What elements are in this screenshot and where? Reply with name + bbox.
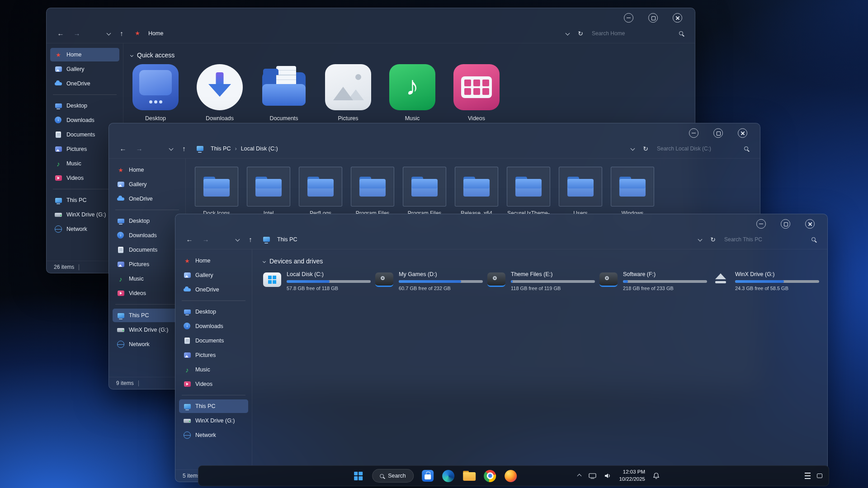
recent-locations-chevron-icon[interactable] <box>169 146 174 151</box>
forward-button[interactable]: → <box>134 145 144 152</box>
sidebar-item-desktop[interactable]: Desktop <box>179 305 248 319</box>
breadcrumb-item[interactable]: This PC <box>277 236 297 243</box>
drive-item[interactable]: Local Disk (C:)57.8 GB free of 118 GB <box>262 271 371 291</box>
sidebar-item-home[interactable]: Home <box>113 163 182 177</box>
firefox-app-button[interactable] <box>504 469 518 483</box>
sidebar-item-drive[interactable]: WinX Drive (G:) <box>113 323 182 337</box>
sidebar-item-gallery[interactable]: Gallery <box>113 178 182 191</box>
search-button[interactable] <box>741 146 751 150</box>
volume-button[interactable] <box>604 472 611 479</box>
sidebar-item-gallery[interactable]: Gallery <box>179 268 248 282</box>
refresh-button[interactable]: ↻ <box>641 145 651 152</box>
minimize-button[interactable] <box>756 219 766 229</box>
sidebar-item-music[interactable]: Music <box>113 272 182 286</box>
refresh-button[interactable]: ↻ <box>576 30 585 37</box>
back-button[interactable]: ← <box>118 145 128 152</box>
forward-button[interactable]: → <box>201 235 211 243</box>
quick-access-music[interactable]: Music <box>388 64 436 122</box>
sidebar-item-videos[interactable]: Videos <box>113 286 182 300</box>
folder-item[interactable]: Program Files <box>349 167 396 216</box>
tray-list-icon[interactable] <box>805 473 811 479</box>
sidebar-item-desktop[interactable]: Desktop <box>113 214 182 228</box>
breadcrumb-item[interactable]: Local Disk (C:) <box>241 145 278 152</box>
drive-item[interactable]: My Games (D:)60.7 GB free of 232 GB <box>374 271 483 291</box>
sidebar-item-network[interactable]: Network <box>179 428 248 442</box>
sidebar-item-pictures[interactable]: Pictures <box>113 258 182 271</box>
notifications-button[interactable] <box>653 472 660 479</box>
folder-item[interactable]: PerfLogs <box>297 167 344 216</box>
sidebar-item-desktop[interactable]: Desktop <box>50 99 119 113</box>
folder-item[interactable]: Users <box>557 167 604 216</box>
address-dropdown-chevron-icon[interactable] <box>631 146 635 151</box>
titlebar[interactable] <box>109 123 760 139</box>
up-button[interactable]: ↑ <box>179 145 189 152</box>
breadcrumb-item[interactable]: This PC <box>211 145 231 152</box>
sidebar-item-gallery[interactable]: Gallery <box>50 62 119 76</box>
folder-item[interactable]: SecureUxTheme- <box>505 167 552 216</box>
up-button[interactable]: ↑ <box>117 29 127 37</box>
section-header[interactable]: Devices and drives <box>263 258 819 265</box>
sidebar-item-home[interactable]: Home <box>179 254 248 267</box>
recent-locations-chevron-icon[interactable] <box>107 31 111 36</box>
sidebar-item-network[interactable]: Network <box>113 338 182 351</box>
folder-item[interactable]: Intel <box>245 167 292 216</box>
edge-app-button[interactable] <box>442 469 455 483</box>
network-tray-button[interactable] <box>589 473 596 479</box>
search-input[interactable] <box>724 236 802 243</box>
store-app-button[interactable] <box>421 469 434 483</box>
chrome-app-button[interactable] <box>483 469 497 483</box>
search-input[interactable] <box>592 30 670 37</box>
start-button[interactable] <box>351 469 365 483</box>
address-dropdown-chevron-icon[interactable] <box>698 237 703 242</box>
folder-item[interactable]: Dock Icons <box>193 167 241 216</box>
address-dropdown-chevron-icon[interactable] <box>566 31 570 36</box>
section-header[interactable]: Quick access <box>131 52 687 59</box>
sidebar-item-downloads[interactable]: Downloads <box>113 229 182 242</box>
maximize-button[interactable] <box>713 128 723 138</box>
sidebar-item-documents[interactable]: Documents <box>113 243 182 257</box>
titlebar[interactable] <box>47 8 695 23</box>
drive-item[interactable]: Theme Files (E:)118 GB free of 119 GB <box>486 271 595 291</box>
sidebar-item-drive[interactable]: WinX Drive (G:) <box>179 414 248 427</box>
up-button[interactable]: ↑ <box>245 235 255 243</box>
sidebar-item-documents[interactable]: Documents <box>179 334 248 347</box>
maximize-button[interactable] <box>648 13 658 23</box>
file-explorer-app-button[interactable] <box>462 469 476 483</box>
sidebar-item-onedrive[interactable]: OneDrive <box>113 192 182 206</box>
drive-item[interactable]: WinX Drive (G:)24.3 GB free of 58.5 GB <box>711 271 819 291</box>
close-button[interactable] <box>673 13 682 23</box>
sidebar-item-pc[interactable]: This PC <box>179 399 248 413</box>
quick-access-pictures[interactable]: Pictures <box>324 64 372 122</box>
quick-access-downloads[interactable]: Downloads <box>196 64 244 122</box>
sidebar-item-videos[interactable]: Videos <box>179 377 248 391</box>
refresh-button[interactable]: ↻ <box>708 236 718 243</box>
taskbar-search[interactable]: Search <box>372 469 414 483</box>
recent-locations-chevron-icon[interactable] <box>236 237 240 242</box>
folder-item[interactable]: Program Files <box>401 167 448 216</box>
sidebar-item-downloads[interactable]: Downloads <box>179 319 248 333</box>
minimize-button[interactable] <box>689 128 698 138</box>
hidden-icons-button[interactable] <box>578 474 581 478</box>
folder-item[interactable]: Windows <box>609 167 656 216</box>
quick-access-desktop[interactable]: Desktop <box>132 64 179 122</box>
sidebar-item-onedrive[interactable]: OneDrive <box>50 77 119 90</box>
taskbar-clock[interactable]: 12:03 PM 10/22/2025 <box>619 469 645 483</box>
sidebar-item-onedrive[interactable]: OneDrive <box>179 283 248 296</box>
search-button[interactable] <box>808 237 818 241</box>
folder-item[interactable]: Release_x64 <box>453 167 500 216</box>
close-button[interactable] <box>805 219 815 229</box>
close-button[interactable] <box>738 128 747 138</box>
breadcrumb-item[interactable]: Home <box>148 30 163 37</box>
quick-access-videos[interactable]: Videos <box>453 64 500 122</box>
sidebar-item-pc[interactable]: This PC <box>113 309 182 322</box>
minimize-button[interactable] <box>624 13 633 23</box>
quick-access-documents[interactable]: Documents <box>260 64 308 122</box>
search-input[interactable] <box>657 145 735 152</box>
search-button[interactable] <box>676 31 686 35</box>
back-button[interactable]: ← <box>56 29 66 37</box>
drive-item[interactable]: Software (F:)218 GB free of 233 GB <box>599 271 707 291</box>
back-button[interactable]: ← <box>184 235 194 243</box>
maximize-button[interactable] <box>781 219 790 229</box>
show-desktop-icon[interactable] <box>817 474 822 478</box>
sidebar-item-pictures[interactable]: Pictures <box>179 348 248 362</box>
